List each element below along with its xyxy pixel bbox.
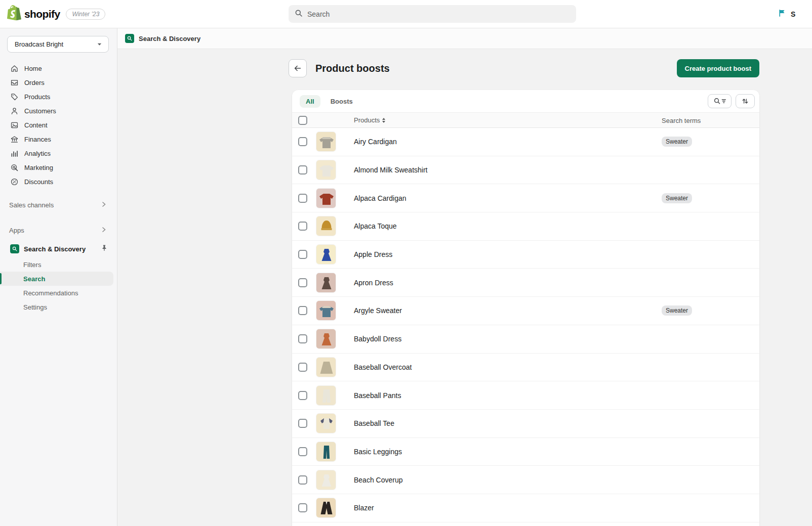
row-checkbox[interactable] <box>298 475 307 485</box>
sidebar-item-products[interactable]: Products <box>0 90 117 104</box>
product-thumbnail <box>316 216 336 236</box>
product-name: Apron Dress <box>354 279 662 287</box>
sidebar-item-settings[interactable]: Settings <box>0 300 113 314</box>
row-checkbox[interactable] <box>298 222 307 231</box>
table-row[interactable]: Beach Coverup <box>292 466 759 494</box>
flag-icon <box>778 9 786 20</box>
table-row[interactable]: Basic Leggings <box>292 438 759 466</box>
sidebar-item-apps[interactable]: Apps <box>0 223 117 237</box>
customers-icon <box>10 107 19 115</box>
pin-icon[interactable] <box>101 244 108 253</box>
global-search-input[interactable]: Search <box>289 5 576 23</box>
sidebar-item-search-discovery-app[interactable]: Search & Discovery <box>0 241 117 256</box>
row-checkbox[interactable] <box>298 334 307 343</box>
product-thumbnail <box>316 442 336 462</box>
back-button[interactable] <box>289 59 307 77</box>
app-name-label: Search & Discovery <box>24 245 101 253</box>
product-name: Blazer <box>354 504 662 512</box>
store-name-label: S <box>791 10 795 18</box>
chevron-right-icon <box>101 226 107 235</box>
store-menu[interactable]: S <box>778 0 795 28</box>
sidebar-item-search[interactable]: Search <box>0 272 113 286</box>
table-row[interactable]: Alpaca Toque <box>292 212 759 241</box>
product-name: Babydoll Dress <box>354 335 662 343</box>
sidebar-item-recommendations[interactable]: Recommendations <box>0 286 113 300</box>
table-row[interactable]: Airy CardiganSweater <box>292 128 759 156</box>
search-and-filter-button[interactable] <box>708 94 732 108</box>
sidebar-item-finances[interactable]: Finances <box>0 132 117 146</box>
page-title: Product boosts <box>315 63 677 74</box>
finances-icon <box>10 135 19 144</box>
table-row[interactable]: Alpaca CardiganSweater <box>292 184 759 212</box>
table-row[interactable]: Babydoll Dress <box>292 325 759 354</box>
search-term-tag: Sweater <box>662 193 692 203</box>
table-row[interactable]: Apron Dress <box>292 269 759 297</box>
sidebar: Broadcast Bright HomeOrdersProductsCusto… <box>0 28 117 526</box>
sidebar-item-content[interactable]: Content <box>0 118 117 132</box>
product-thumbnail <box>316 300 336 321</box>
row-checkbox[interactable] <box>298 363 307 372</box>
page-content: Product boosts Create product boost AllB… <box>117 49 812 526</box>
table-row[interactable]: Baseball Pants <box>292 381 759 410</box>
table-row[interactable]: Apple Dress <box>292 241 759 269</box>
row-checkbox[interactable] <box>298 250 307 259</box>
row-checkbox[interactable] <box>298 194 307 203</box>
products-column-header[interactable]: Products <box>354 116 385 124</box>
sidebar-item-label: Marketing <box>24 164 53 171</box>
sidebar-item-orders[interactable]: Orders <box>0 75 117 90</box>
tab-all[interactable]: All <box>300 95 320 108</box>
row-checkbox[interactable] <box>298 306 307 315</box>
search-term-tag: Sweater <box>662 305 692 316</box>
create-product-boost-button[interactable]: Create product boost <box>677 59 759 77</box>
product-thumbnail <box>316 273 336 293</box>
product-name: Baseball Tee <box>354 419 662 427</box>
sidebar-item-analytics[interactable]: Analytics <box>0 146 117 160</box>
row-checkbox[interactable] <box>298 391 307 400</box>
product-thumbnail <box>316 413 336 433</box>
search-terms-cell: Sweater <box>662 193 759 203</box>
product-thumbnail <box>316 498 336 518</box>
orders-icon <box>10 78 19 87</box>
product-thumbnail <box>316 329 336 349</box>
search-icon <box>295 9 303 19</box>
table-row[interactable]: Blazer <box>292 494 759 522</box>
sidebar-item-discounts[interactable]: Discounts <box>0 174 117 189</box>
products-column-label: Products <box>354 116 380 124</box>
search-discovery-app-icon <box>10 244 19 253</box>
sales-channels-label: Sales channels <box>9 201 101 209</box>
table-row[interactable]: Baseball Overcoat <box>292 354 759 382</box>
sidebar-item-customers[interactable]: Customers <box>0 104 117 118</box>
sidebar-item-marketing[interactable]: Marketing <box>0 160 117 174</box>
table-row[interactable]: Almond Milk Sweatshirt <box>292 156 759 185</box>
app-header-title: Search & Discovery <box>139 35 200 42</box>
select-all-checkbox[interactable] <box>298 116 307 125</box>
analytics-icon <box>10 149 19 158</box>
tab-boosts[interactable]: Boosts <box>324 95 359 108</box>
row-checkbox[interactable] <box>298 137 307 146</box>
sort-button[interactable] <box>736 94 755 108</box>
app-header-bar: Search & Discovery <box>117 28 812 49</box>
row-checkbox[interactable] <box>298 447 307 456</box>
app-sub-nav: FiltersSearchRecommendationsSettings <box>0 257 117 314</box>
product-name: Baseball Overcoat <box>354 363 662 371</box>
search-terms-column-label: Search terms <box>662 117 701 124</box>
table-row[interactable]: Baseball Tee <box>292 410 759 438</box>
row-checkbox[interactable] <box>298 165 307 174</box>
shopify-logo[interactable]: shopify <box>7 5 60 23</box>
product-boosts-card: AllBoosts <box>292 90 759 526</box>
product-thumbnail <box>316 244 336 265</box>
sidebar-item-label: Content <box>24 121 48 129</box>
row-checkbox[interactable] <box>298 278 307 287</box>
store-selector[interactable]: Broadcast Bright <box>7 36 109 53</box>
row-checkbox[interactable] <box>298 419 307 428</box>
product-thumbnail <box>316 160 336 180</box>
sidebar-item-home[interactable]: Home <box>0 61 117 75</box>
sidebar-item-sales-channels[interactable]: Sales channels <box>0 198 117 212</box>
product-name: Baseball Pants <box>354 391 662 400</box>
row-checkbox[interactable] <box>298 503 307 512</box>
table-row[interactable]: Argyle SweaterSweater <box>292 297 759 325</box>
sidebar-item-filters[interactable]: Filters <box>0 257 113 272</box>
table-header: Products Search terms <box>292 112 759 128</box>
chevron-right-icon <box>101 200 107 209</box>
product-thumbnail <box>316 385 336 406</box>
